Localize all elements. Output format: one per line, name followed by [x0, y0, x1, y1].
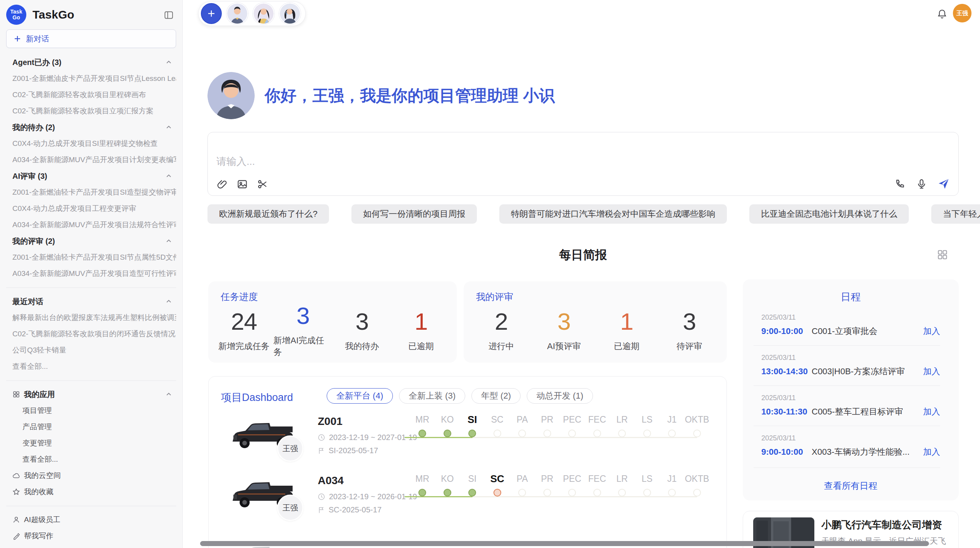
prompt-chip[interactable]: 如何写一份清晰的项目周报 [351, 204, 477, 224]
event-date: 2025/03/11 [761, 394, 940, 402]
chevron-up-icon[interactable] [165, 391, 172, 398]
milestone-label: PEC [560, 413, 585, 426]
sidebar-item-creative-drawing[interactable]: 创意制图 [6, 544, 176, 548]
list-item[interactable]: C02-飞腾新能源轻客改款项目里程碑画布 [6, 87, 176, 103]
prompt-chip[interactable]: 欧洲新规最近颁布了什么? [207, 204, 329, 224]
milestone-dot [518, 430, 526, 437]
section-my-todo[interactable]: 我的待办 (2) [6, 119, 176, 135]
milestone-label: LR [610, 472, 635, 485]
section-recent-chats[interactable]: 最近对话 [6, 293, 176, 310]
list-item[interactable]: A034-全新新能源MUV产品开发项目法规符合性评审 [6, 217, 176, 233]
milestone-dot [493, 430, 501, 437]
app-item-project-mgmt[interactable]: 项目管理 [6, 402, 176, 419]
chevron-up-icon[interactable] [165, 173, 172, 180]
chat-input[interactable] [216, 155, 681, 176]
milestone-label: LR [610, 413, 635, 426]
view-all-schedule-link[interactable]: 查看所有日程 [743, 480, 959, 492]
image-icon[interactable] [236, 178, 248, 190]
milestone-label: PR [535, 413, 560, 426]
sidebar-collapse-icon[interactable] [164, 10, 174, 20]
add-agent-button[interactable] [201, 3, 222, 24]
chevron-up-icon[interactable] [165, 298, 172, 305]
prompt-chip[interactable]: 当下年轻人对汽车外观有怎样的喜好趋势 [931, 204, 980, 224]
list-item[interactable]: Z001-全新燃油轻卡产品开发项目SI造型提交物评审 [6, 184, 176, 200]
app-logo: Task Go [6, 5, 26, 25]
stat-label: 我的待办 [345, 341, 379, 352]
filter-chip[interactable]: 全新上装 (3) [399, 388, 465, 404]
phone-icon[interactable] [894, 178, 906, 190]
chevron-up-icon[interactable] [165, 124, 172, 131]
assistant-avatar [207, 72, 255, 119]
join-link[interactable]: 加入 [923, 366, 940, 377]
join-link[interactable]: 加入 [923, 406, 940, 418]
project-code: Z001 [318, 415, 343, 428]
clock-icon [318, 434, 325, 441]
milestone-label: J1 [660, 472, 685, 485]
milestone-dot [668, 430, 676, 437]
list-item[interactable]: A034-全新新能源MUV产品开发项目造型可行性评审 [6, 265, 176, 282]
section-my-review[interactable]: 我的评审 (2) [6, 233, 176, 249]
chevron-up-icon[interactable] [165, 238, 172, 245]
prompt-chip[interactable]: 比亚迪全固态电池计划具体说了什么 [749, 204, 909, 224]
sidebar-item-cloud-space[interactable]: 我的云空间 [6, 468, 176, 484]
attachment-icon[interactable] [216, 178, 228, 190]
list-item[interactable]: A034-全新新能源MUV产品开发项目计划变更表编写 [6, 152, 176, 168]
chevron-up-icon[interactable] [165, 59, 172, 66]
milestone-label: KO [435, 413, 460, 426]
list-item[interactable]: C0X4-动力总成开发项目工程变更评审 [6, 200, 176, 217]
section-agent-done[interactable]: Agent已办 (3) [6, 54, 176, 70]
stat-label: 已逾期 [614, 341, 639, 352]
filter-chip[interactable]: 年型 (2) [471, 388, 521, 404]
project-dates: 2023-12-19 ~ 2026-01-19 [318, 492, 417, 501]
recent-view-all[interactable]: 查看全部... [6, 358, 176, 375]
list-item[interactable]: C02-飞腾新能源轻客改款项目立项汇报方案 [6, 103, 176, 119]
milestone-label: FEC [585, 413, 610, 426]
greeting-block: 你好，王强，我是你的项目管理助理 小识 [207, 72, 555, 119]
section-ai-review[interactable]: AI评审 (3) [6, 168, 176, 184]
my-review-card: 我的评审 2进行中 3AI预评审 1已逾期 3待评审 [464, 281, 727, 363]
apps-view-all[interactable]: 查看全部... [6, 451, 176, 468]
list-item[interactable]: C0X4-动力总成开发项目SI里程碑提交物检查 [6, 135, 176, 152]
divider [6, 375, 176, 386]
join-link[interactable]: 加入 [923, 325, 940, 337]
section-title: AI评审 (3) [12, 171, 47, 182]
item-label: 帮我写作 [24, 531, 53, 541]
list-item[interactable]: 解释最新出台的欧盟报废车法规再生塑料比例被调至15%... [6, 310, 176, 326]
milestone-dot [618, 430, 626, 437]
list-item[interactable]: 公司Q3轻卡销量 [6, 342, 176, 358]
user-avatar[interactable]: 王强 [953, 4, 971, 22]
section-my-apps[interactable]: 我的应用 [6, 386, 176, 402]
horizontal-scrollbar[interactable] [200, 541, 929, 546]
notification-bell-icon[interactable] [937, 9, 947, 19]
logo-text-bottom: Go [12, 15, 20, 21]
stat-grid: 24新增完成任务 3新增AI完成任务 3我的待办 1已逾期 [214, 304, 451, 358]
sidebar-item-favorites[interactable]: 我的收藏 [6, 484, 176, 500]
sidebar-item-write-helper[interactable]: 帮我写作 [6, 528, 176, 544]
stat-value: 24 [231, 310, 257, 334]
milestone-dot [468, 489, 476, 497]
app-item-product-mgmt[interactable]: 产品管理 [6, 419, 176, 435]
sidebar-item-ai-employee[interactable]: AI超级员工 [6, 512, 176, 528]
mic-icon[interactable] [916, 178, 927, 190]
avatar[interactable] [226, 3, 248, 24]
filter-chip[interactable]: 动总开发 (1) [527, 388, 593, 404]
list-item[interactable]: Z001-全新燃油皮卡产品开发项目SI节点Lesson Learn报告 [6, 70, 176, 87]
layout-grid-icon[interactable] [937, 249, 948, 260]
new-chat-button[interactable]: 新对话 [6, 29, 176, 48]
send-icon[interactable] [937, 178, 950, 190]
filter-chip[interactable]: 全新平台 (4) [327, 388, 393, 404]
flag-label: SI-2025-05-17 [329, 446, 378, 455]
join-link[interactable]: 加入 [923, 446, 940, 458]
list-item[interactable]: Z001-全新燃油轻卡产品开发项目SI节点属性5D文件评审 [6, 249, 176, 265]
scissors-icon[interactable] [257, 178, 268, 190]
milestone-dot [593, 489, 601, 497]
app-item-change-mgmt[interactable]: 变更管理 [6, 435, 176, 451]
avatar[interactable] [279, 3, 301, 24]
stat-label: 已逾期 [408, 341, 434, 352]
list-item[interactable]: C02-飞腾新能源轻客改款项目的闭环通告反馈情况 [6, 326, 176, 342]
prompt-chip[interactable]: 特朗普可能对进口汽车增税会对中国车企造成哪些影响 [499, 204, 727, 224]
milestone-label: PEC [560, 472, 585, 485]
owner-name: 王强 [283, 444, 298, 454]
stat-label: 新增完成任务 [218, 341, 269, 352]
avatar[interactable] [253, 3, 274, 24]
